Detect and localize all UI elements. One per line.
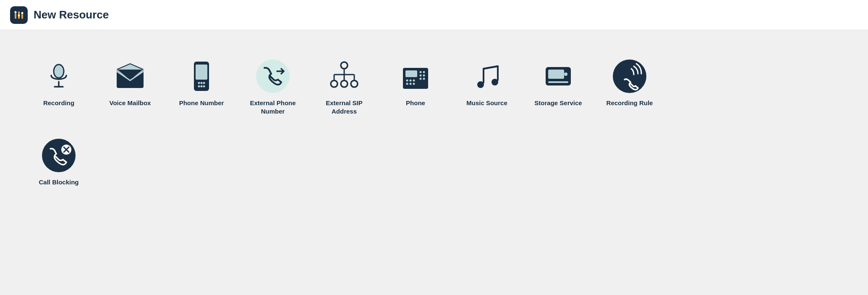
resource-item-storage-service[interactable]: Storage Service	[525, 51, 592, 122]
external-phone-number-label: External Phone Number	[243, 99, 302, 115]
voice-mailbox-label: Voice Mailbox	[110, 99, 151, 107]
recording-label: Recording	[43, 99, 74, 107]
svg-point-35	[423, 75, 425, 77]
svg-point-21	[341, 62, 348, 69]
recording-icon	[42, 60, 76, 93]
svg-point-38	[406, 80, 408, 82]
resource-item-voice-mailbox[interactable]: Voice Mailbox	[97, 51, 164, 122]
resource-item-external-phone-number[interactable]: External Phone Number	[239, 51, 306, 122]
svg-point-5	[21, 12, 24, 14]
svg-point-23	[341, 80, 348, 87]
music-source-label: Music Source	[466, 99, 507, 107]
svg-point-15	[201, 82, 203, 84]
resource-grid: Recording Voice Mailbox	[25, 51, 823, 122]
storage-service-label: Storage Service	[534, 99, 582, 107]
resource-item-recording-rule[interactable]: Recording Rule	[596, 51, 663, 122]
svg-line-44	[484, 66, 498, 69]
resource-grid-row2: Call Blocking	[25, 130, 823, 193]
storage-service-icon	[541, 60, 575, 93]
call-blocking-icon	[42, 139, 76, 172]
external-sip-address-label: External SIP Address	[315, 99, 374, 115]
voice-mailbox-icon	[113, 60, 147, 93]
svg-rect-2	[21, 14, 23, 19]
svg-point-33	[423, 71, 425, 73]
svg-point-45	[477, 81, 484, 88]
resource-item-call-blocking[interactable]: Call Blocking	[25, 130, 92, 193]
svg-point-14	[198, 82, 200, 84]
svg-point-3	[15, 11, 17, 13]
svg-point-49	[564, 72, 567, 76]
svg-point-40	[413, 80, 415, 82]
recording-rule-label: Recording Rule	[607, 99, 653, 107]
external-sip-address-icon	[327, 60, 361, 93]
call-blocking-label: Call Blocking	[39, 178, 78, 186]
svg-point-46	[492, 79, 498, 85]
svg-rect-50	[548, 81, 568, 83]
resource-item-music-source[interactable]: Music Source	[453, 51, 520, 122]
phone-number-label: Phone Number	[179, 99, 224, 107]
external-phone-number-icon	[256, 60, 290, 93]
svg-point-16	[203, 82, 205, 84]
app-logo	[10, 6, 28, 24]
svg-point-17	[198, 85, 200, 88]
phone-icon	[399, 60, 432, 93]
resource-item-recording[interactable]: Recording	[25, 51, 92, 122]
svg-point-24	[351, 80, 358, 87]
svg-point-39	[410, 80, 412, 82]
svg-rect-0	[15, 13, 16, 19]
svg-rect-13	[196, 65, 207, 80]
phone-number-icon	[185, 60, 218, 93]
app-header: New Resource	[0, 0, 868, 30]
resource-item-phone[interactable]: Phone	[382, 51, 449, 122]
svg-point-22	[331, 80, 337, 87]
svg-rect-31	[405, 70, 417, 77]
svg-point-19	[203, 85, 205, 88]
svg-rect-48	[548, 70, 564, 79]
svg-point-42	[410, 83, 412, 85]
page-title: New Resource	[34, 8, 109, 21]
svg-point-4	[18, 14, 20, 16]
svg-point-37	[423, 78, 425, 80]
svg-point-34	[420, 75, 422, 77]
svg-point-43	[413, 83, 415, 85]
svg-point-18	[201, 85, 203, 88]
resource-item-phone-number[interactable]: Phone Number	[168, 51, 235, 122]
phone-label: Phone	[406, 99, 425, 107]
svg-point-32	[420, 71, 422, 73]
recording-rule-icon	[613, 60, 646, 93]
resource-item-external-sip-address[interactable]: External SIP Address	[311, 51, 378, 122]
main-content: Recording Voice Mailbox	[0, 30, 868, 295]
music-source-icon	[470, 60, 504, 93]
svg-point-41	[406, 83, 408, 85]
svg-point-6	[54, 65, 64, 78]
svg-point-36	[420, 78, 422, 80]
